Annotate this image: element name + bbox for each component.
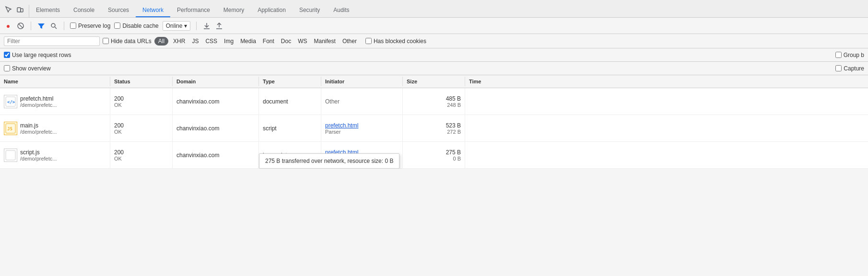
cell-status-3: 200 OK bbox=[110, 142, 173, 168]
svg-rect-14 bbox=[6, 150, 15, 160]
tooltip-text: 275 B transferred over network, resource… bbox=[265, 158, 393, 164]
hide-data-urls-checkbox[interactable]: Hide data URLs bbox=[103, 38, 152, 45]
tab-application[interactable]: Application bbox=[251, 3, 293, 17]
status-code-3: 200 bbox=[114, 149, 124, 156]
header-type[interactable]: Type bbox=[259, 77, 321, 86]
filter-media-button[interactable]: Media bbox=[238, 38, 258, 45]
filter-icon[interactable] bbox=[37, 22, 46, 30]
table-row[interactable]: </> prefetch.html /demo/prefetc... 200 O… bbox=[0, 88, 868, 115]
file-icon-plain bbox=[4, 149, 17, 162]
filter-ws-button[interactable]: WS bbox=[296, 38, 309, 45]
throttle-label: Online bbox=[166, 23, 183, 29]
inspect-element-icon[interactable] bbox=[4, 5, 13, 14]
domain-value-3: chanvinxiao.com bbox=[176, 152, 219, 159]
cell-time-3: 275 B transferred over network, resource… bbox=[465, 142, 868, 168]
show-overview-input[interactable] bbox=[4, 65, 10, 71]
large-rows-checkbox[interactable]: Use large request rows bbox=[4, 52, 71, 58]
tab-audits[interactable]: Audits bbox=[327, 3, 356, 17]
initiator-sub-2: Parser bbox=[325, 129, 358, 135]
file-icon-js: JS bbox=[4, 122, 17, 135]
toolbar-divider-1 bbox=[31, 22, 31, 30]
cell-domain-1: chanvinxiao.com bbox=[173, 88, 259, 115]
table-row[interactable]: script.js /demo/prefetc... 200 OK chanvi… bbox=[0, 142, 868, 169]
throttle-select[interactable]: Online ▾ bbox=[163, 21, 191, 31]
export-button[interactable] bbox=[215, 22, 223, 30]
clear-button[interactable] bbox=[16, 22, 25, 30]
cell-status-1: 200 OK bbox=[110, 88, 173, 115]
capture-checkbox[interactable]: Capture bbox=[835, 65, 864, 72]
record-button[interactable]: ● bbox=[4, 22, 12, 30]
has-blocked-cookies-input[interactable] bbox=[365, 38, 372, 44]
size-secondary-3: 0 B bbox=[453, 156, 461, 161]
filter-input[interactable] bbox=[4, 36, 100, 46]
large-rows-label: Use large request rows bbox=[12, 52, 71, 58]
filter-other-button[interactable]: Other bbox=[340, 38, 359, 45]
header-size[interactable]: Size bbox=[403, 77, 465, 86]
filter-js-button[interactable]: JS bbox=[190, 38, 200, 45]
import-button[interactable] bbox=[202, 22, 211, 30]
header-name[interactable]: Name bbox=[0, 77, 110, 86]
search-icon[interactable] bbox=[49, 22, 58, 30]
cell-time-1 bbox=[465, 88, 868, 115]
filepath-2: /demo/prefetc... bbox=[20, 129, 57, 135]
filename-1: prefetch.html bbox=[20, 95, 57, 102]
filter-img-button[interactable]: Img bbox=[222, 38, 235, 45]
disable-cache-input[interactable] bbox=[114, 23, 120, 29]
tab-elements[interactable]: Elements bbox=[29, 3, 67, 17]
table-wrapper: Name Status Domain Type Initiator Size T… bbox=[0, 75, 868, 169]
filter-css-button[interactable]: CSS bbox=[203, 38, 219, 45]
tab-network[interactable]: Network bbox=[136, 3, 170, 17]
tab-performance[interactable]: Performance bbox=[170, 3, 217, 17]
cell-name-2: JS main.js /demo/prefetc... bbox=[0, 115, 110, 141]
hide-data-urls-input[interactable] bbox=[103, 38, 109, 44]
device-toolbar-icon[interactable] bbox=[15, 5, 25, 14]
show-overview-checkbox[interactable]: Show overview bbox=[4, 65, 51, 72]
tab-sources[interactable]: Sources bbox=[101, 3, 136, 17]
filename-3: script.js bbox=[20, 149, 57, 156]
filter-manifest-button[interactable]: Manifest bbox=[312, 38, 338, 45]
filter-xhr-button[interactable]: XHR bbox=[171, 38, 187, 45]
status-code-2: 200 bbox=[114, 122, 124, 129]
preserve-log-input[interactable] bbox=[70, 23, 76, 29]
disable-cache-label: Disable cache bbox=[122, 23, 158, 29]
table-row[interactable]: JS main.js /demo/prefetc... 200 OK chanv… bbox=[0, 115, 868, 142]
filter-bar: Hide data URLs All XHR JS CSS Img Media … bbox=[0, 34, 868, 48]
initiator-link-2[interactable]: prefetch.html bbox=[325, 122, 358, 129]
header-status[interactable]: Status bbox=[110, 77, 173, 86]
group-by-input[interactable] bbox=[835, 52, 842, 58]
cell-status-2: 200 OK bbox=[110, 115, 173, 141]
initiator-value-1: Other bbox=[325, 98, 340, 105]
filter-doc-button[interactable]: Doc bbox=[279, 38, 293, 45]
tab-console[interactable]: Console bbox=[67, 3, 101, 17]
filepath-3: /demo/prefetc... bbox=[20, 156, 57, 161]
filter-font-button[interactable]: Font bbox=[261, 38, 276, 45]
filter-all-button[interactable]: All bbox=[154, 37, 168, 46]
domain-value-2: chanvinxiao.com bbox=[176, 125, 219, 132]
preserve-log-label: Preserve log bbox=[78, 23, 110, 29]
group-by-checkbox[interactable]: Group b bbox=[835, 52, 864, 58]
size-secondary-1: 248 B bbox=[447, 102, 461, 108]
size-secondary-2: 272 B bbox=[447, 129, 461, 135]
tab-memory[interactable]: Memory bbox=[217, 3, 251, 17]
throttle-dropdown-icon: ▾ bbox=[184, 23, 187, 29]
hide-data-urls-label: Hide data URLs bbox=[111, 38, 152, 45]
header-domain[interactable]: Domain bbox=[173, 77, 259, 86]
preserve-log-checkbox[interactable]: Preserve log bbox=[70, 23, 110, 29]
cell-time-2 bbox=[465, 115, 868, 141]
header-initiator[interactable]: Initiator bbox=[321, 77, 403, 86]
capture-input[interactable] bbox=[835, 65, 842, 71]
has-blocked-cookies-checkbox[interactable]: Has blocked cookies bbox=[365, 38, 426, 45]
header-time[interactable]: Time bbox=[465, 77, 868, 86]
cell-name-3: script.js /demo/prefetc... bbox=[0, 142, 110, 168]
cell-initiator-1: Other bbox=[321, 88, 403, 115]
options-bar-2: Show overview Capture bbox=[0, 62, 868, 75]
status-text-2: OK bbox=[114, 129, 124, 135]
cell-initiator-2: prefetch.html Parser bbox=[321, 115, 403, 141]
size-primary-3: 275 B bbox=[446, 149, 461, 156]
options-right-1: Group b bbox=[835, 52, 864, 58]
large-rows-input[interactable] bbox=[4, 52, 10, 58]
tab-security[interactable]: Security bbox=[293, 3, 327, 17]
file-icon-html: </> bbox=[4, 95, 17, 108]
disable-cache-checkbox[interactable]: Disable cache bbox=[114, 23, 158, 29]
status-text-1: OK bbox=[114, 102, 124, 108]
